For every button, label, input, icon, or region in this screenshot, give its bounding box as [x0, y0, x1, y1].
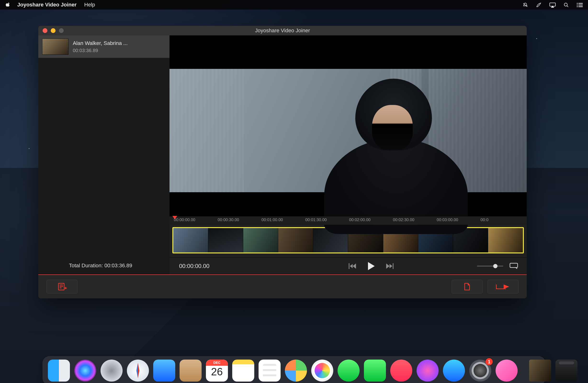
- airplay-icon[interactable]: [549, 2, 557, 8]
- macos-menubar: Joyoshare Video Joiner Help: [0, 0, 588, 10]
- dock-notes-icon[interactable]: [232, 360, 254, 382]
- calendar-day: 26: [206, 366, 228, 378]
- timeline-tick: 00:02:30.00: [393, 218, 414, 222]
- clip-list-item[interactable]: Alan Walker, Sabrina ... 00:03:36.89: [38, 35, 169, 58]
- dock-minimized-window[interactable]: [529, 360, 551, 382]
- dock-launchpad-icon[interactable]: [101, 360, 123, 382]
- timeline-tick: 00:02:00.00: [349, 218, 371, 222]
- dock-photos-icon[interactable]: [311, 360, 333, 382]
- dock-mail-icon[interactable]: [153, 360, 175, 382]
- timeline-tick: 00:0: [481, 218, 488, 222]
- calendar-month: DEC: [206, 360, 228, 366]
- spotlight-search-icon[interactable]: [564, 2, 570, 8]
- playback-controls: 00:00:00.00: [169, 257, 527, 274]
- add-file-button[interactable]: [46, 280, 78, 294]
- dock-itunes-icon[interactable]: [417, 360, 439, 382]
- current-time: 00:00:00.00: [178, 263, 302, 269]
- svg-rect-7: [578, 6, 583, 7]
- menubar-app-name[interactable]: Joyoshare Video Joiner: [17, 2, 77, 8]
- menubar-menu-help[interactable]: Help: [84, 2, 95, 8]
- dock-maps-icon[interactable]: [285, 360, 307, 382]
- dock-finder-icon[interactable]: [48, 360, 70, 382]
- notification-badge: 1: [485, 358, 493, 365]
- dock-news-icon[interactable]: [390, 360, 412, 382]
- svg-point-6: [577, 6, 578, 7]
- total-duration-label: Total Duration: 00:03:36.89: [38, 257, 169, 274]
- filmstrip-frame: [208, 228, 243, 252]
- window-title: Joyoshare Video Joiner: [38, 27, 527, 34]
- menubar-list-icon[interactable]: [576, 2, 583, 8]
- do-not-disturb-icon[interactable]: [522, 2, 530, 8]
- macos-dock: DEC 26 1: [42, 356, 546, 383]
- timeline-tick: 00:03:00.00: [437, 218, 458, 222]
- volume-slider[interactable]: [477, 266, 503, 267]
- svg-rect-5: [578, 5, 583, 5]
- dock-contacts-icon[interactable]: [180, 360, 202, 382]
- loop-toggle-button[interactable]: [509, 262, 519, 270]
- dock-trash-icon[interactable]: [555, 360, 577, 382]
- dock-facetime-icon[interactable]: [364, 360, 386, 382]
- filmstrip-frame: [243, 228, 278, 252]
- apple-menu-icon[interactable]: [5, 1, 11, 8]
- dock-settings-icon[interactable]: 1: [469, 360, 491, 382]
- svg-rect-8: [510, 263, 518, 268]
- ink-icon[interactable]: [536, 2, 543, 8]
- timeline-tick: 00:00:00.00: [174, 218, 195, 222]
- svg-point-1: [564, 3, 567, 6]
- timeline-tick: 00:01:00.00: [261, 218, 283, 222]
- clip-thumbnail: [42, 38, 68, 55]
- clip-name: Alan Walker, Sabrina ...: [73, 40, 128, 46]
- window-titlebar[interactable]: Joyoshare Video Joiner: [38, 26, 527, 35]
- dock-safari-icon[interactable]: [127, 360, 149, 382]
- dock-messages-icon[interactable]: [337, 360, 360, 382]
- format-button[interactable]: [452, 280, 483, 294]
- dock-appstore-icon[interactable]: [443, 360, 465, 382]
- clip-duration: 00:03:36.89: [73, 48, 128, 53]
- clip-list-sidebar: Alan Walker, Sabrina ... 00:03:36.89 Tot…: [38, 35, 169, 274]
- timeline-tick: 00:00:30.00: [218, 218, 239, 222]
- svg-point-4: [577, 4, 578, 5]
- next-frame-button[interactable]: [385, 263, 394, 270]
- convert-export-button[interactable]: [487, 280, 519, 294]
- prev-frame-button[interactable]: [348, 263, 357, 270]
- play-button[interactable]: [367, 261, 376, 271]
- timeline-tick: 00:01:30.00: [305, 218, 327, 222]
- filmstrip-frame: [488, 228, 523, 252]
- svg-rect-3: [578, 3, 583, 4]
- dock-reminders-icon[interactable]: [259, 360, 281, 382]
- filmstrip-frame: [173, 228, 208, 252]
- bottom-action-bar: [38, 274, 527, 298]
- menubar-tray: [516, 2, 583, 8]
- dock-calendar-icon[interactable]: DEC 26: [206, 360, 228, 382]
- dock-joyoshare-icon[interactable]: [496, 360, 518, 382]
- app-window: Joyoshare Video Joiner Alan Walker, Sabr…: [38, 26, 527, 298]
- filmstrip-frame: [278, 228, 313, 252]
- timeline-ruler[interactable]: 00:00:00.00 00:00:30.00 00:01:00.00 00:0…: [169, 216, 527, 225]
- video-preview[interactable]: [169, 35, 527, 216]
- svg-point-2: [577, 3, 578, 4]
- dock-siri-icon[interactable]: [74, 360, 96, 382]
